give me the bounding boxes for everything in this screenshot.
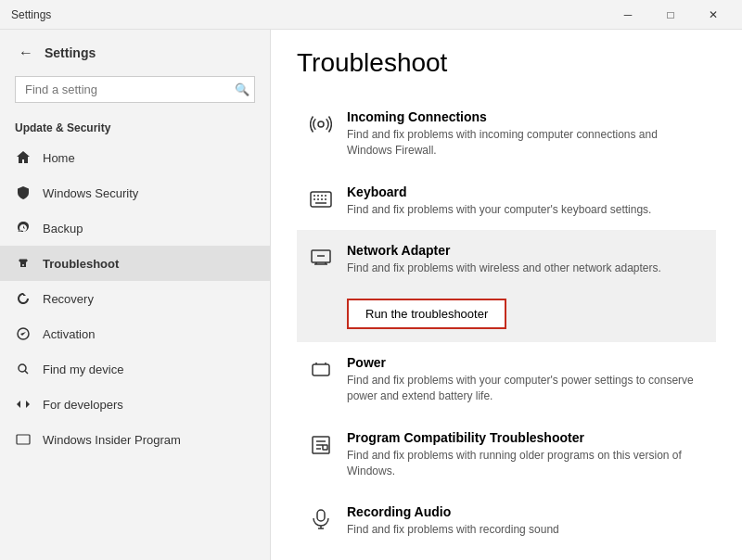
sidebar: ← Settings 🔍 Update & Security Home Win bbox=[0, 30, 271, 560]
item-title-compat: Program Compatibility Troubleshooter bbox=[347, 430, 705, 445]
item-title-power: Power bbox=[347, 355, 705, 370]
compat-icon bbox=[308, 432, 334, 458]
network-adapter-icon bbox=[308, 245, 334, 271]
mic-icon bbox=[308, 506, 334, 532]
sidebar-item-home[interactable]: Home bbox=[0, 140, 270, 175]
sidebar-label-for-developers: For developers bbox=[43, 398, 123, 412]
page-title: Troubleshoot bbox=[297, 48, 716, 78]
recovery-icon bbox=[15, 290, 32, 307]
item-title-network: Network Adapter bbox=[347, 243, 705, 258]
sidebar-label-activation: Activation bbox=[43, 327, 95, 341]
troubleshoot-icon bbox=[15, 255, 32, 272]
run-troubleshooter-area: Run the troubleshooter bbox=[297, 289, 716, 342]
svg-rect-2 bbox=[17, 435, 30, 444]
sidebar-item-recovery[interactable]: Recovery bbox=[0, 281, 270, 316]
svg-rect-8 bbox=[323, 445, 327, 450]
sidebar-label-windows-security: Windows Security bbox=[43, 186, 138, 200]
sidebar-item-for-developers[interactable]: For developers bbox=[0, 387, 270, 422]
titlebar-controls: ─ □ ✕ bbox=[607, 0, 735, 30]
item-desc-audio: Find and fix problems with recording sou… bbox=[347, 522, 705, 538]
svg-rect-6 bbox=[313, 364, 329, 375]
main-content: Troubleshoot Incoming Connections Find a… bbox=[271, 30, 742, 560]
minimize-button[interactable]: ─ bbox=[607, 0, 649, 30]
sidebar-item-troubleshoot[interactable]: Troubleshoot bbox=[0, 246, 270, 281]
svg-point-3 bbox=[318, 121, 324, 127]
svg-rect-9 bbox=[317, 510, 325, 521]
sidebar-app-title: Settings bbox=[45, 45, 96, 60]
item-desc-power: Find and fix problems with your computer… bbox=[347, 373, 705, 404]
item-desc-network: Find and fix problems with wireless and … bbox=[347, 261, 705, 276]
sidebar-item-activation[interactable]: Activation bbox=[0, 316, 270, 351]
keyboard-icon bbox=[308, 186, 334, 212]
sidebar-label-windows-insider: Windows Insider Program bbox=[43, 433, 181, 447]
list-item: Incoming Connections Find and fix proble… bbox=[297, 96, 716, 172]
run-troubleshooter-button[interactable]: Run the troubleshooter bbox=[347, 299, 506, 329]
sidebar-label-recovery: Recovery bbox=[43, 292, 94, 306]
power-icon bbox=[308, 357, 334, 383]
list-item: Power Find and fix problems with your co… bbox=[297, 342, 716, 417]
item-desc-compat: Find and fix problems with running older… bbox=[347, 448, 705, 479]
sidebar-item-find-my-device[interactable]: Find my device bbox=[0, 351, 270, 387]
item-title-incoming: Incoming Connections bbox=[347, 109, 705, 124]
sidebar-header: ← Settings bbox=[0, 30, 270, 76]
sidebar-label-troubleshoot: Troubleshoot bbox=[43, 257, 119, 271]
list-item: Program Compatibility Troubleshooter Fin… bbox=[297, 417, 716, 492]
sidebar-label-home: Home bbox=[43, 151, 75, 165]
shield-icon bbox=[15, 185, 32, 201]
titlebar-title: Settings bbox=[7, 8, 51, 21]
close-button[interactable]: ✕ bbox=[692, 0, 735, 30]
titlebar: Settings ─ □ ✕ bbox=[0, 0, 742, 30]
item-title-audio: Recording Audio bbox=[347, 504, 705, 519]
list-item-network: Network Adapter Find and fix problems wi… bbox=[297, 230, 716, 289]
search-input[interactable] bbox=[15, 76, 255, 103]
list-item: Search and Indexing Find and fix problem… bbox=[297, 551, 716, 560]
sidebar-label-backup: Backup bbox=[43, 222, 83, 235]
developers-icon bbox=[15, 396, 32, 413]
sidebar-item-windows-security[interactable]: Windows Security bbox=[0, 175, 270, 210]
search-icon[interactable]: 🔍 bbox=[235, 83, 249, 96]
search-box: 🔍 bbox=[15, 76, 255, 103]
sidebar-section-title: Update & Security bbox=[0, 114, 270, 140]
home-icon bbox=[15, 149, 32, 166]
svg-point-1 bbox=[19, 364, 26, 372]
sidebar-item-windows-insider[interactable]: Windows Insider Program bbox=[0, 422, 270, 457]
insider-icon bbox=[15, 431, 32, 448]
item-desc-keyboard: Find and fix problems with your computer… bbox=[347, 202, 705, 218]
backup-icon bbox=[15, 220, 32, 236]
incoming-connections-icon bbox=[308, 111, 334, 137]
list-item: Recording Audio Find and fix problems wi… bbox=[297, 491, 716, 551]
find-icon bbox=[15, 361, 32, 377]
item-title-keyboard: Keyboard bbox=[347, 185, 705, 199]
maximize-button[interactable]: □ bbox=[649, 0, 692, 30]
sidebar-label-find-my-device: Find my device bbox=[43, 363, 123, 376]
app-body: ← Settings 🔍 Update & Security Home Win bbox=[0, 30, 742, 560]
back-button[interactable]: ← bbox=[15, 41, 37, 65]
list-item: Keyboard Find and fix problems with your… bbox=[297, 172, 716, 231]
sidebar-item-backup[interactable]: Backup bbox=[0, 210, 270, 246]
item-desc-incoming: Find and fix problems with incoming comp… bbox=[347, 127, 705, 159]
activation-icon bbox=[15, 325, 32, 342]
